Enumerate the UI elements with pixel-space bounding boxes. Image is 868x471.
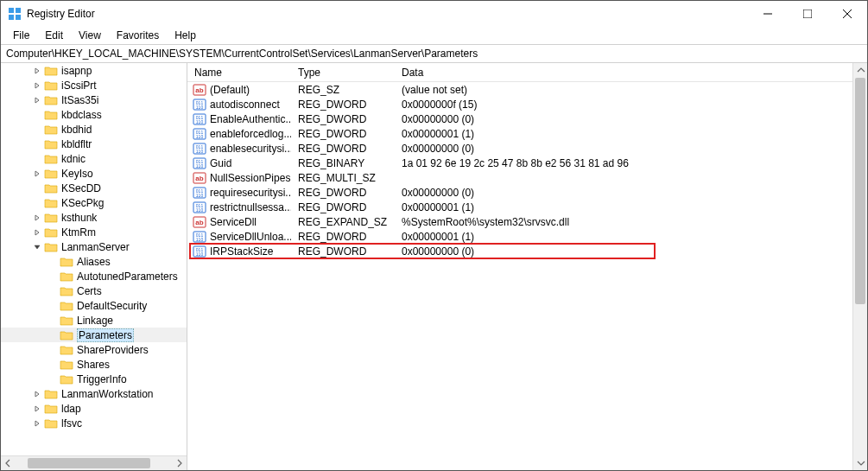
binary-value-icon [193,245,206,258]
string-value-icon [193,83,206,97]
tree-item[interactable]: ksthunk [1,210,187,225]
twisty-spacer [48,345,58,355]
list-pane: Name Type Data (Default)REG_SZ(value not… [187,63,867,470]
chevron-right-icon[interactable] [32,404,42,414]
folder-icon [44,80,58,91]
value-name: requiresecuritysi... [210,187,291,199]
value-row[interactable]: restrictnullsessa...REG_DWORD0x00000001 … [187,200,852,214]
tree-item-label: Shares [77,359,110,371]
tree-item[interactable]: iScsiPrt [1,78,187,92]
folder-icon [60,329,73,341]
tree-item[interactable]: Shares [1,357,187,372]
value-data: 0x00000000 (0) [395,187,852,199]
scroll-track[interactable] [16,456,172,470]
chevron-right-icon[interactable] [32,418,42,429]
scroll-right-icon[interactable] [172,456,187,471]
chevron-right-icon[interactable] [32,80,42,91]
tree-item-label: kbdhid [61,124,92,136]
scroll-up-icon[interactable] [853,63,867,78]
scroll-left-icon[interactable] [1,456,16,471]
value-row[interactable]: enablesecuritysi...REG_DWORD0x00000000 (… [187,141,852,156]
scroll-thumb[interactable] [28,458,149,468]
value-row[interactable]: EnableAuthentic...REG_DWORD0x00000000 (0… [187,111,852,126]
tree-item[interactable]: KSecPkg [1,195,187,210]
window-title: Registry Editor [27,8,95,20]
scroll-thumb[interactable] [855,78,865,304]
chevron-right-icon[interactable] [32,169,42,179]
twisty-spacer [48,360,58,370]
maximize-button[interactable] [788,1,827,27]
tree-item[interactable]: KSecDD [1,181,187,195]
value-data: 0x00000000 (0) [395,245,852,258]
tree-item[interactable]: KeyIso [1,166,187,181]
value-row[interactable]: (Default)REG_SZ(value not set) [187,82,852,97]
value-row[interactable]: autodisconnectREG_DWORD0x0000000f (15) [187,97,852,111]
address-bar[interactable]: Computer\HKEY_LOCAL_MACHINE\SYSTEM\Curre… [1,44,867,63]
folder-icon [44,124,58,135]
tree-item[interactable]: TriggerInfo [1,372,187,386]
tree-item[interactable]: Certs [1,283,187,298]
tree-item-label: KSecPkg [61,197,104,209]
value-row[interactable]: requiresecuritysi...REG_DWORD0x00000000 … [187,185,852,200]
twisty-spacer [32,154,42,164]
tree-item[interactable]: DefaultSecurity [1,298,187,313]
menu-file[interactable]: File [6,28,36,43]
column-header-type[interactable]: Type [291,67,395,79]
value-data: (value not set) [395,84,852,96]
value-row[interactable]: IRPStackSizeREG_DWORD0x00000000 (0) [187,244,852,258]
window: Registry Editor FileEditViewFavoritesHel… [0,0,868,471]
value-data: 0x00000001 (1) [395,231,852,243]
value-row[interactable]: GuidREG_BINARY1a 01 92 6e 19 2c 25 47 8b… [187,156,852,170]
list-body[interactable]: (Default)REG_SZ(value not set)autodiscon… [187,82,852,258]
value-row[interactable]: enableforcedlog...REG_DWORD0x00000001 (1… [187,126,852,141]
menu-edit[interactable]: Edit [38,28,70,43]
value-row[interactable]: ServiceDllREG_EXPAND_SZ%SystemRoot%\syst… [187,214,852,229]
tree-item[interactable]: AutotunedParameters [1,269,187,283]
tree-item[interactable]: ldap [1,401,187,416]
tree-body[interactable]: isapnpiScsiPrtItSas35ikbdclasskbdhidkbld… [1,63,187,455]
twisty-spacer [32,139,42,150]
tree-item[interactable]: ItSas35i [1,92,187,107]
tree-item[interactable]: kdnic [1,151,187,166]
tree-item[interactable]: Aliases [1,254,187,269]
list-v-scrollbar[interactable] [852,63,867,470]
tree-item-label: KtmRm [61,226,96,239]
tree-item[interactable]: kbdhid [1,122,187,137]
chevron-right-icon[interactable] [32,213,42,223]
binary-value-icon [193,142,206,156]
tree-item[interactable]: LanmanWorkstation [1,386,187,401]
tree-item[interactable]: Parameters [1,328,187,342]
tree-item[interactable]: lfsvc [1,416,187,430]
tree-item[interactable]: isapnp [1,63,187,78]
tree-h-scrollbar[interactable] [1,455,187,470]
chevron-right-icon[interactable] [32,389,42,399]
value-name: EnableAuthentic... [210,113,291,125]
close-button[interactable] [827,1,867,27]
tree-item[interactable]: Linkage [1,313,187,328]
scroll-down-icon[interactable] [853,455,867,470]
column-header-data[interactable]: Data [395,67,852,79]
tree-item[interactable]: KtmRm [1,225,187,239]
tree-item[interactable]: kbldfltr [1,137,187,151]
chevron-right-icon[interactable] [32,227,42,238]
folder-icon [44,182,58,194]
tree-item[interactable]: LanmanServer [1,239,187,254]
value-row[interactable]: NullSessionPipesREG_MULTI_SZ [187,170,852,185]
menu-help[interactable]: Help [168,28,203,43]
chevron-right-icon[interactable] [32,66,42,76]
tree-item[interactable]: kbdclass [1,107,187,122]
binary-value-icon [193,98,206,111]
menu-favorites[interactable]: Favorites [110,28,166,43]
chevron-right-icon[interactable] [32,95,42,105]
folder-icon [44,212,58,223]
tree-item[interactable]: ShareProviders [1,342,187,357]
scroll-track[interactable] [853,78,867,455]
value-row[interactable]: ServiceDllUnloa...REG_DWORD0x00000001 (1… [187,229,852,244]
column-header-name[interactable]: Name [187,67,291,79]
menu-view[interactable]: View [72,28,108,43]
tree-item-label: ksthunk [61,212,97,224]
minimize-button[interactable] [748,1,788,27]
address-path: Computer\HKEY_LOCAL_MACHINE\SYSTEM\Curre… [6,48,478,60]
chevron-down-icon[interactable] [32,242,42,252]
twisty-spacer [48,271,58,282]
